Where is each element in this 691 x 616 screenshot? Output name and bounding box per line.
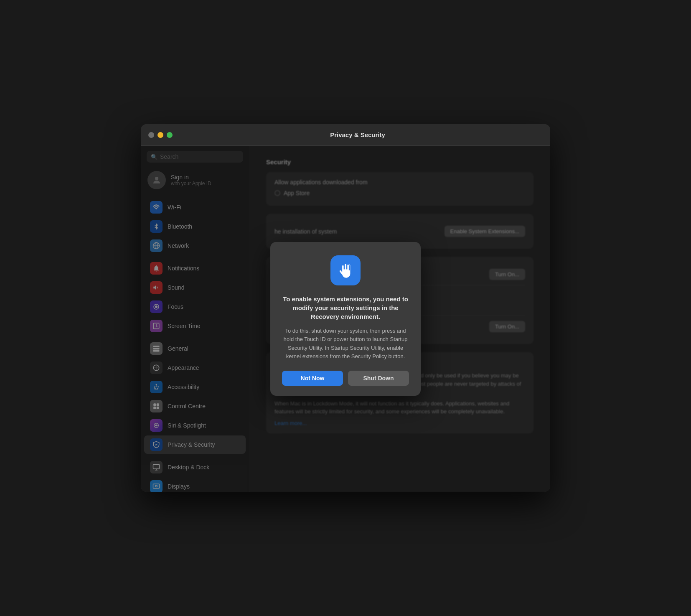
not-now-button[interactable]: Not Now [282,371,343,386]
traffic-lights [148,132,173,138]
window-title: Privacy & Security [173,131,543,138]
shut-down-button[interactable]: Shut Down [348,371,409,386]
dialog-title: To enable system extensions, you need to… [282,295,409,321]
maximize-button[interactable] [167,132,173,138]
dialog-buttons: Not Now Shut Down [282,371,409,386]
close-button[interactable] [148,132,154,138]
system-extensions-dialog: To enable system extensions, you need to… [270,242,421,396]
dialog-body: To do this, shut down your system, then … [282,327,409,361]
dialog-icon [330,255,361,285]
system-preferences-window: Privacy & Security 🔍 [141,124,550,492]
hand-stop-icon [337,262,354,279]
dialog-overlay: To enable system extensions, you need to… [141,146,550,492]
titlebar: Privacy & Security [141,124,550,146]
minimize-button[interactable] [158,132,163,138]
